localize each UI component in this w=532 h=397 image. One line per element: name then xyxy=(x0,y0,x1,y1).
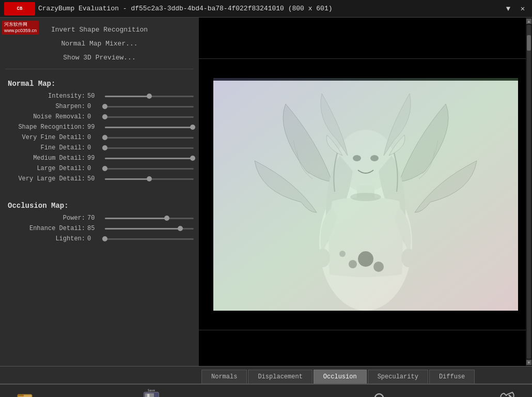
slider-thumb[interactable] xyxy=(178,226,183,231)
slider-container[interactable] xyxy=(105,165,194,172)
slider-container[interactable] xyxy=(105,215,194,222)
search-button[interactable] xyxy=(371,390,390,397)
tab-specularity[interactable]: Specularity xyxy=(368,370,428,384)
left-panel: Invert Shape Recognition Normal Map Mixe… xyxy=(0,18,199,366)
tab-diffuse[interactable]: Diffuse xyxy=(429,370,475,384)
slider-container[interactable] xyxy=(105,225,194,232)
slider-value: 99 xyxy=(87,155,103,162)
slider-container[interactable] xyxy=(105,235,194,242)
scroll-up-button[interactable]: ▲ xyxy=(526,19,531,24)
slider-fill xyxy=(105,96,149,97)
slider-fill xyxy=(105,218,167,219)
slider-thumb[interactable] xyxy=(190,156,195,161)
slider-label: Intensity: xyxy=(5,93,85,100)
slider-container[interactable] xyxy=(105,144,194,151)
tab-bar: NormalsDisplacementOcclusionSpecularityD… xyxy=(0,366,532,384)
open-button[interactable] xyxy=(15,390,34,397)
slider-row-4: Very Fine Detail:0 xyxy=(0,132,199,143)
divider xyxy=(5,69,194,69)
slider-container[interactable] xyxy=(105,155,194,162)
slider-thumb[interactable] xyxy=(147,94,152,99)
slider-track xyxy=(105,238,194,240)
slider-container[interactable] xyxy=(105,124,194,131)
slider-row-0: Power:70 xyxy=(0,213,199,223)
window-title: CrazyBump Evaluation - df55c2a3-3ddb-4bd… xyxy=(38,5,333,12)
slider-row-7: Large Detail:0 xyxy=(0,163,199,174)
slider-value: 0 xyxy=(87,144,103,151)
title-bar-left: CB CrazyBump Evaluation - df55c2a3-3ddb-… xyxy=(4,2,333,16)
slider-track xyxy=(105,178,194,180)
slider-track xyxy=(105,228,194,230)
slider-label: Large Detail: xyxy=(5,165,85,172)
slider-row-6: Medium Detail:99 xyxy=(0,153,199,163)
slider-thumb[interactable] xyxy=(102,236,107,241)
slider-container[interactable] xyxy=(105,93,194,100)
save-icon: Save xyxy=(142,390,161,397)
right-panel xyxy=(199,18,532,366)
slider-label: Sharpen: xyxy=(5,103,85,110)
slider-thumb[interactable] xyxy=(190,125,195,130)
slider-fill xyxy=(105,127,193,128)
slider-fill xyxy=(105,158,193,159)
slider-label: Fine Detail: xyxy=(5,144,85,151)
slider-container[interactable] xyxy=(105,134,194,141)
slider-thumb[interactable] xyxy=(102,135,107,140)
slider-label: Enhance Detail: xyxy=(5,225,85,232)
bottom-toolbar: Save xyxy=(0,384,532,397)
slider-thumb[interactable] xyxy=(147,176,152,181)
slider-row-1: Sharpen:0 xyxy=(0,101,199,112)
main-layout: Invert Shape Recognition Normal Map Mixe… xyxy=(0,18,532,366)
svg-rect-16 xyxy=(18,394,24,396)
preview-bottom-bar xyxy=(199,330,532,366)
preview-top-bar xyxy=(199,18,532,59)
slider-label: Power: xyxy=(5,215,85,222)
slider-track xyxy=(105,158,194,159)
open-icon xyxy=(15,390,34,397)
slider-thumb[interactable] xyxy=(164,216,169,221)
download-button[interactable]: ▼ xyxy=(503,4,513,14)
slider-thumb[interactable] xyxy=(102,145,107,150)
slider-track xyxy=(105,116,194,118)
slider-value: 99 xyxy=(87,124,103,131)
slider-thumb[interactable] xyxy=(102,104,107,109)
occlusion-map-sliders: Power:70Enhance Detail:85Lighten:0 xyxy=(0,213,199,244)
title-bar: CB CrazyBump Evaluation - df55c2a3-3ddb-… xyxy=(0,0,532,18)
slider-label: Medium Detail: xyxy=(5,155,85,162)
slider-value: 50 xyxy=(87,175,103,182)
scroll-thumb[interactable] xyxy=(527,35,531,51)
slider-value: 70 xyxy=(87,215,103,222)
slider-container[interactable] xyxy=(105,175,194,182)
slider-container[interactable] xyxy=(105,113,194,120)
occlusion-map-header: Occlusion Map: xyxy=(0,195,199,213)
slider-container[interactable] xyxy=(105,103,194,110)
slider-thumb[interactable] xyxy=(102,114,107,119)
slider-fill xyxy=(105,228,180,230)
slider-row-2: Lighten:0 xyxy=(0,234,199,244)
svg-point-29 xyxy=(375,394,383,397)
scroll-track[interactable] xyxy=(527,25,531,359)
preview-main xyxy=(199,59,532,330)
slider-value: 0 xyxy=(87,235,103,242)
settings-button[interactable] xyxy=(498,390,517,397)
slider-label: Very Fine Detail: xyxy=(5,134,85,141)
slider-row-8: Very Large Detail:50 xyxy=(0,174,199,184)
svg-rect-27 xyxy=(147,394,149,397)
slider-row-0: Intensity:50 xyxy=(0,91,199,101)
slider-track xyxy=(105,106,194,108)
show-3d-preview-button[interactable]: Show 3D Preview... xyxy=(0,51,199,65)
slider-label: Lighten: xyxy=(5,235,85,242)
normal-map-mixer-button[interactable]: Normal Map Mixer... xyxy=(0,37,199,51)
tab-displacement[interactable]: Displacement xyxy=(248,370,312,384)
tab-normals[interactable]: Normals xyxy=(201,370,247,384)
save-button[interactable]: Save xyxy=(142,390,161,397)
scroll-down-button[interactable]: ▼ xyxy=(526,360,531,365)
slider-row-5: Fine Detail:0 xyxy=(0,143,199,153)
preview-image xyxy=(213,78,518,311)
close-button[interactable]: ✕ xyxy=(518,4,528,14)
title-controls: ▼ ✕ xyxy=(503,4,528,14)
slider-track xyxy=(105,218,194,219)
slider-track xyxy=(105,137,194,139)
slider-thumb[interactable] xyxy=(102,166,107,171)
tab-occlusion[interactable]: Occlusion xyxy=(314,370,367,384)
scrollbar[interactable]: ▲ ▼ xyxy=(526,18,532,366)
